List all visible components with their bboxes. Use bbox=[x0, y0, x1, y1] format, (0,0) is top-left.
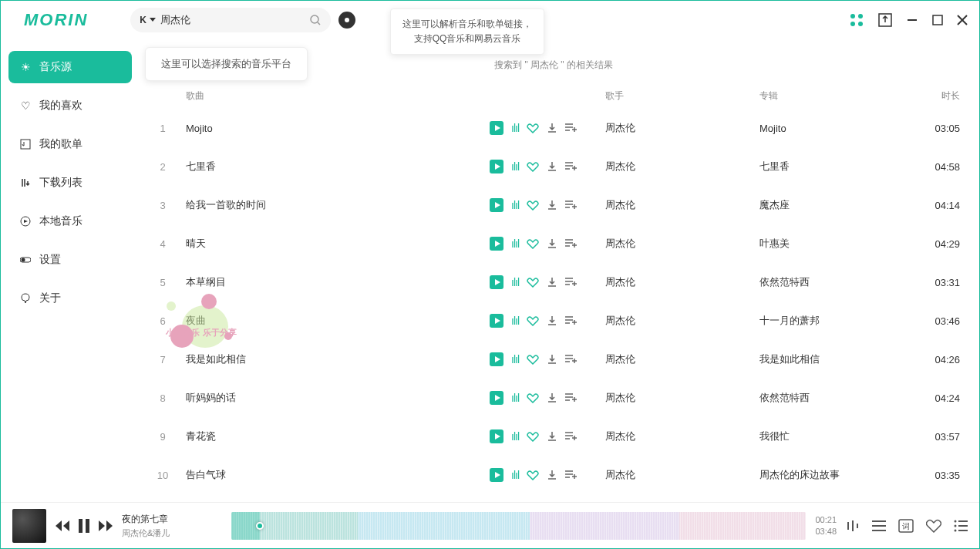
visualizer-icon[interactable]: ılıl bbox=[511, 430, 519, 443]
visualizer-icon[interactable]: ılıl bbox=[511, 122, 519, 134]
play-button[interactable] bbox=[490, 352, 503, 366]
add-to-playlist-button[interactable] bbox=[565, 315, 578, 326]
add-to-playlist-button[interactable] bbox=[565, 161, 578, 172]
song-album: 七里香 bbox=[759, 160, 914, 173]
add-to-playlist-button[interactable] bbox=[565, 354, 578, 365]
download-button[interactable] bbox=[547, 161, 557, 172]
download-button[interactable] bbox=[547, 238, 557, 249]
like-button[interactable] bbox=[527, 315, 539, 326]
song-album: 十一月的萧邦 bbox=[759, 314, 914, 328]
search-input[interactable] bbox=[160, 15, 309, 26]
search-icon[interactable] bbox=[309, 14, 322, 26]
table-row[interactable]: 4晴天ılıl周杰伦叶惠美04:29 bbox=[147, 224, 960, 263]
visualizer-icon[interactable]: ılıl bbox=[511, 315, 519, 327]
download-button[interactable] bbox=[547, 200, 557, 211]
visualizer-icon[interactable]: ılıl bbox=[511, 199, 519, 211]
song-duration: 03:46 bbox=[914, 315, 960, 327]
visualizer-icon[interactable]: ılıl bbox=[511, 276, 519, 288]
disc-icon[interactable] bbox=[338, 12, 355, 29]
like-button[interactable] bbox=[527, 161, 539, 172]
like-button[interactable] bbox=[527, 431, 539, 442]
play-button[interactable] bbox=[490, 160, 503, 173]
song-title: 听妈妈的话 bbox=[178, 391, 490, 405]
like-button[interactable] bbox=[527, 277, 539, 288]
favorite-icon[interactable] bbox=[926, 519, 941, 533]
add-to-playlist-button[interactable] bbox=[565, 200, 578, 211]
like-button[interactable] bbox=[527, 392, 539, 403]
pause-button[interactable] bbox=[79, 519, 89, 533]
progress-waveform[interactable] bbox=[231, 512, 806, 540]
sidebar-item-about[interactable]: 关于 bbox=[8, 282, 132, 315]
lyrics-icon[interactable]: 词 bbox=[898, 519, 914, 533]
play-button[interactable] bbox=[490, 468, 503, 482]
visualizer-icon[interactable]: ılıl bbox=[511, 160, 519, 173]
table-row[interactable]: 3给我一首歌的时间ılıl周杰伦魔杰座04:14 bbox=[147, 186, 960, 224]
apps-icon[interactable] bbox=[849, 12, 864, 28]
download-button[interactable] bbox=[547, 123, 557, 133]
song-album: 叶惠美 bbox=[759, 237, 914, 251]
like-button[interactable] bbox=[527, 354, 539, 365]
visualizer-icon[interactable]: ılıl bbox=[511, 392, 519, 404]
song-duration: 03:35 bbox=[914, 470, 960, 481]
minimize-button[interactable] bbox=[906, 14, 918, 26]
sidebar-item-source[interactable]: ☀ 音乐源 bbox=[8, 51, 132, 83]
prev-button[interactable] bbox=[56, 520, 69, 531]
visualizer-icon[interactable]: ılıl bbox=[511, 353, 519, 365]
now-playing-artist: 周杰伦&潘儿 bbox=[122, 527, 222, 539]
like-button[interactable] bbox=[527, 123, 539, 133]
equalizer-icon[interactable] bbox=[846, 519, 860, 533]
like-button[interactable] bbox=[527, 238, 539, 249]
table-row[interactable]: 7我是如此相信ılıl周杰伦我是如此相信04:26 bbox=[147, 340, 960, 379]
add-to-playlist-button[interactable] bbox=[565, 238, 578, 249]
song-list: 1Mojitoılıl周杰伦Mojito03:052七里香ılıl周杰伦七里香0… bbox=[147, 109, 960, 494]
sidebar-item-local[interactable]: 本地音乐 bbox=[8, 205, 132, 237]
like-button[interactable] bbox=[527, 470, 539, 480]
add-to-playlist-button[interactable] bbox=[565, 392, 578, 403]
play-button[interactable] bbox=[490, 391, 503, 405]
table-row[interactable]: 8听妈妈的话ılıl周杰伦依然范特西04:24 bbox=[147, 379, 960, 417]
download-button[interactable] bbox=[547, 470, 557, 480]
play-button[interactable] bbox=[490, 429, 503, 443]
platform-selector[interactable]: K bbox=[140, 15, 156, 25]
next-button[interactable] bbox=[99, 520, 113, 531]
local-icon bbox=[19, 216, 32, 227]
song-artist: 周杰伦 bbox=[605, 121, 759, 135]
sidebar-item-playlists[interactable]: 我的歌单 bbox=[8, 128, 132, 160]
add-to-playlist-button[interactable] bbox=[565, 470, 578, 480]
play-button[interactable] bbox=[490, 275, 503, 289]
search-box[interactable]: K bbox=[130, 8, 331, 32]
table-row[interactable]: 6夜曲ılıl周杰伦十一月的萧邦03:46 bbox=[147, 301, 960, 340]
like-button[interactable] bbox=[527, 200, 539, 211]
play-button[interactable] bbox=[490, 237, 503, 251]
sidebar-item-settings[interactable]: 设置 bbox=[8, 244, 132, 276]
add-to-playlist-button[interactable] bbox=[565, 431, 578, 442]
table-row[interactable]: 9青花瓷ılıl周杰伦我很忙03:57 bbox=[147, 417, 960, 456]
visualizer-icon[interactable]: ılıl bbox=[511, 237, 519, 250]
table-row[interactable]: 10告白气球ılıl周杰伦周杰伦的床边故事03:35 bbox=[147, 456, 960, 494]
song-index: 3 bbox=[147, 200, 178, 211]
album-art[interactable] bbox=[12, 509, 46, 543]
queue-icon[interactable] bbox=[872, 520, 886, 532]
download-button[interactable] bbox=[547, 431, 557, 442]
add-to-playlist-button[interactable] bbox=[565, 277, 578, 288]
visualizer-icon[interactable]: ılıl bbox=[511, 469, 519, 481]
song-artist: 周杰伦 bbox=[605, 198, 759, 212]
close-button[interactable] bbox=[957, 15, 968, 25]
download-button[interactable] bbox=[547, 315, 557, 326]
table-row[interactable]: 1Mojitoılıl周杰伦Mojito03:05 bbox=[147, 109, 960, 147]
table-row[interactable]: 5本草纲目ılıl周杰伦依然范特西03:31 bbox=[147, 263, 960, 301]
table-row[interactable]: 2七里香ılıl周杰伦七里香04:58 bbox=[147, 147, 960, 186]
download-button[interactable] bbox=[547, 392, 557, 403]
download-button[interactable] bbox=[547, 277, 557, 288]
platform-label: K bbox=[140, 15, 146, 25]
maximize-button[interactable] bbox=[932, 15, 943, 25]
play-button[interactable] bbox=[490, 314, 503, 328]
add-to-playlist-button[interactable] bbox=[565, 123, 578, 133]
play-button[interactable] bbox=[490, 121, 503, 135]
upload-icon[interactable] bbox=[878, 13, 892, 27]
download-button[interactable] bbox=[547, 354, 557, 365]
sidebar-item-favorites[interactable]: ♡ 我的喜欢 bbox=[8, 89, 132, 122]
playlist-menu-icon[interactable] bbox=[954, 520, 968, 532]
play-button[interactable] bbox=[490, 198, 503, 212]
sidebar-item-downloads[interactable]: 下载列表 bbox=[8, 167, 132, 199]
